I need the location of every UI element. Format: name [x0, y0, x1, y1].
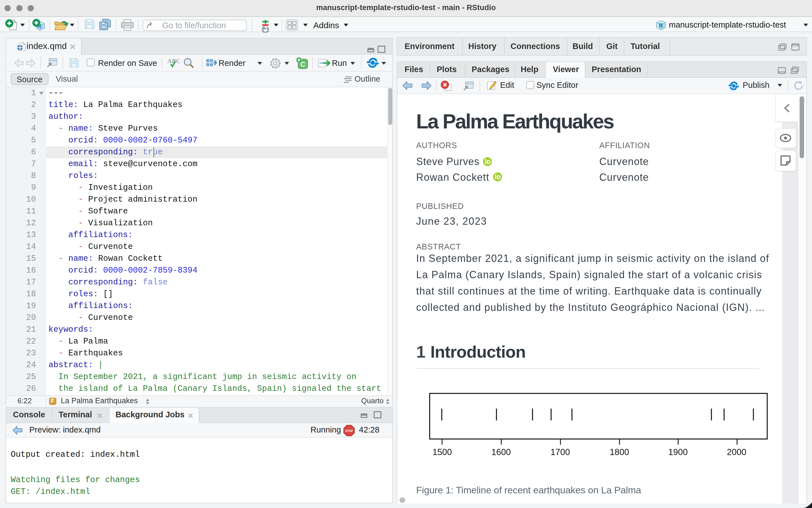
svg-text:STOP: STOP	[345, 429, 353, 432]
svg-text:R: R	[659, 22, 663, 29]
